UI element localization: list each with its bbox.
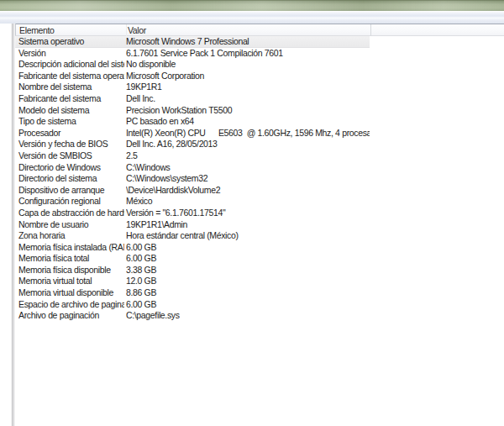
table-row[interactable]: Nombre de usuario 19KP1R1\Admin [15,219,370,231]
table-row[interactable]: Versión 6.1.7601 Service Pack 1 Compilac… [15,48,370,60]
row-value: PC basado en x64 [126,116,370,128]
row-value: 3.38 GB [126,265,370,276]
table-row[interactable]: Fabricante del sistema Dell Inc. [15,93,370,105]
row-value: C:\pagefile.sys [126,310,370,322]
row-label: Memoria física total [18,253,124,265]
row-label: Espacio de archivo de paginaci... [18,299,124,311]
row-value: 6.1.7601 Service Pack 1 Compilación 7601 [126,48,370,60]
row-value: Versión = "6.1.7601.17514" [126,208,370,219]
row-label: Nombre del sistema [18,82,124,93]
row-label: Descripción adicional del siste... [18,59,124,71]
row-label: Fabricante del sistema operativo [18,71,124,82]
row-value: Hora estándar central (México) [126,230,370,242]
row-label: Memoria física disponible [18,265,124,276]
row-label: Zona horaria [18,230,124,242]
row-value: Dell Inc. [126,93,370,105]
desktop-wallpaper [0,0,504,11]
table-row[interactable]: Memoria física total 6.00 GB [15,253,370,265]
row-value: Precision WorkStation T5500 [126,105,370,117]
nav-tree-pane [0,24,12,426]
table-row[interactable]: Zona horaria Hora estándar central (Méxi… [15,230,370,242]
row-value: México [126,196,370,208]
column-divider[interactable] [370,24,371,36]
table-row[interactable]: Capa de abstracción de hardw... Versión … [15,208,370,219]
table-row[interactable]: Archivo de paginación C:\pagefile.sys [15,310,370,322]
row-label: Dispositivo de arranque [18,185,124,197]
screen: Elemento Valor Sistema operativo Microso… [0,0,504,426]
table-row[interactable]: Dispositivo de arranque \Device\Harddisk… [15,185,370,197]
window-toolbar-strip [0,11,504,24]
row-label: Versión y fecha de BIOS [18,139,124,150]
table-row[interactable]: Versión y fecha de BIOS Dell Inc. A16, 2… [15,139,370,150]
table-row[interactable]: Memoria física instalada (RAM) 6.00 GB [15,242,370,254]
row-label: Directorio de Windows [18,162,124,174]
table-row[interactable]: Memoria física disponible 3.38 GB [15,265,370,276]
row-value: Dell Inc. A16, 28/05/2013 [126,139,370,150]
table-row[interactable]: Modelo del sistema Precision WorkStation… [15,105,370,117]
row-label: Memoria virtual disponible [18,287,124,299]
table-row[interactable]: Descripción adicional del siste... No di… [15,59,370,71]
table-row[interactable]: Directorio de Windows C:\Windows [15,162,370,174]
system-summary-list: Elemento Valor Sistema operativo Microso… [15,24,504,426]
table-row[interactable]: Espacio de archivo de paginaci... 6.00 G… [15,299,370,311]
row-value: C:\Windows\system32 [126,173,370,185]
row-label: Modelo del sistema [18,105,124,117]
table-row[interactable]: Fabricante del sistema operativo Microso… [15,71,370,82]
row-value: Microsoft Corporation [126,71,370,82]
row-value: \Device\HarddiskVolume2 [126,185,370,197]
row-label: Nombre de usuario [18,219,124,231]
table-row[interactable]: Directorio del sistema C:\Windows\system… [15,173,370,185]
row-value: 19KP1R1 [126,82,370,93]
row-value: C:\Windows [126,162,370,174]
row-value: 6.00 GB [126,242,370,254]
table-row[interactable]: Procesador Intel(R) Xeon(R) CPU E5603 @ … [15,128,370,139]
table-row[interactable]: Memoria virtual total 12.0 GB [15,276,370,287]
column-header-valor[interactable]: Valor [126,24,368,36]
row-label: Versión [18,48,124,60]
pane-splitter[interactable] [12,24,14,426]
row-label: Memoria virtual total [18,276,124,287]
table-row[interactable]: Nombre del sistema 19KP1R1 [15,82,370,93]
row-label: Versión de SMBIOS [18,150,124,162]
row-value: 8.86 GB [126,287,370,299]
row-value: 6.00 GB [126,253,370,265]
list-header: Elemento Valor [15,24,504,36]
table-row[interactable]: Memoria virtual disponible 8.86 GB [15,287,370,299]
row-value: Intel(R) Xeon(R) CPU E5603 @ 1.60GHz, 15… [126,128,370,139]
row-value: 19KP1R1\Admin [126,219,370,231]
row-label: Configuración regional [18,196,124,208]
table-row[interactable]: Versión de SMBIOS 2.5 [15,150,370,162]
row-value: Microsoft Windows 7 Professional [126,36,370,48]
row-value: 2.5 [126,150,370,162]
row-value: 6.00 GB [126,299,370,311]
row-label: Memoria física instalada (RAM) [18,242,124,254]
table-row[interactable]: Configuración regional México [15,196,370,208]
row-label: Tipo de sistema [18,116,124,128]
row-label: Capa de abstracción de hardw... [18,208,124,219]
rows-container: Sistema operativo Microsoft Windows 7 Pr… [15,36,504,322]
row-label: Directorio del sistema [18,173,124,185]
row-label: Procesador [18,128,124,139]
column-header-elemento[interactable]: Elemento [19,24,123,36]
row-label: Archivo de paginación [18,310,124,322]
table-row[interactable]: Sistema operativo Microsoft Windows 7 Pr… [15,36,370,48]
row-label: Fabricante del sistema [18,93,124,105]
row-value: 12.0 GB [126,276,370,287]
table-row[interactable]: Tipo de sistema PC basado en x64 [15,116,370,128]
row-label: Sistema operativo [18,36,124,48]
row-value: No disponible [126,59,370,71]
